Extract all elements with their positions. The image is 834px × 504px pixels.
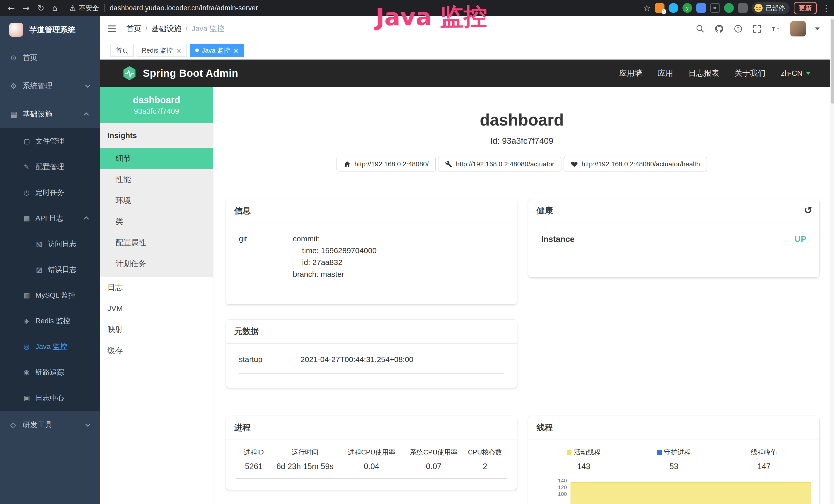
back-icon[interactable]: ← (8, 3, 15, 13)
fullscreen-icon[interactable] (752, 24, 762, 33)
sidebar-item-system[interactable]: ⚙ 系统管理 (0, 72, 100, 100)
trace-icon: ◉ (24, 368, 36, 376)
sidebar-item-label: API 日志 (36, 213, 63, 223)
extension-puzzle-icon[interactable] (738, 3, 748, 13)
github-icon[interactable] (714, 24, 724, 33)
house-icon (344, 160, 351, 168)
process-col-process-cpu: 进程CPU使用率 0.04 (339, 448, 404, 471)
sidebar-item-label: Redis 监控 (36, 316, 70, 326)
close-icon[interactable]: × (176, 47, 182, 54)
extension-on-badge-icon[interactable]: on (710, 3, 720, 13)
browser-menu-dots-icon[interactable]: ⋮ (822, 3, 830, 13)
sidebar-item-home[interactable]: ⊙ 首页 (0, 44, 100, 72)
sba-nav-applications[interactable]: 应用 (658, 68, 673, 78)
help-icon[interactable]: ? (733, 24, 743, 33)
link-actuator-url[interactable]: http://192.168.0.2:48080/actuator (438, 157, 562, 171)
sidebar-item-error-logs[interactable]: ▨ 错误日志 (0, 257, 100, 282)
sidebar-item-label: MySQL 监控 (36, 290, 75, 300)
extension-letter: y (686, 5, 688, 11)
sba-locale-select[interactable]: zh-CN (781, 69, 811, 77)
forward-icon[interactable]: → (23, 3, 30, 13)
font-size-icon[interactable]: TT (771, 24, 781, 33)
sba-menu-mappings[interactable]: 映射 (100, 319, 213, 340)
process-col-system-cpu: 系统CPU使用率 0.07 (404, 448, 463, 471)
col-header: 运行时间 (271, 448, 339, 457)
info-value: commit: time: 1596289704000 id: 27aa832 … (293, 233, 376, 280)
extension-translate-icon[interactable]: y (682, 3, 692, 13)
sidebar-item-label: 研发工具 (23, 420, 52, 430)
home-icon[interactable]: ⌂ (52, 3, 58, 13)
process-col-uptime: 运行时间 6d 23h 15m 59s (271, 448, 339, 471)
link-health-url[interactable]: http://192.168.0.2:48080/actuator/health (564, 157, 707, 171)
sba-menu-caches[interactable]: 缓存 (100, 340, 213, 361)
api-log-icon: ▦ (24, 214, 36, 222)
tag-redis[interactable]: Redis 监控 × (137, 44, 187, 57)
update-button[interactable]: 更新 (794, 2, 817, 15)
vertical-scrollbar[interactable] (830, 16, 834, 504)
link-home-url[interactable]: http://192.168.0.2:48080/ (336, 157, 436, 171)
tag-home[interactable]: 首页 (110, 44, 134, 57)
sba-nav-journal[interactable]: 日志报表 (688, 68, 719, 78)
sba-menu-jvm[interactable]: JVM (100, 298, 213, 319)
health-instance-row[interactable]: Instance UP (541, 234, 807, 253)
link-url-text: http://192.168.0.2:48080/actuator (456, 160, 554, 168)
sidebar-item-access-logs[interactable]: ▧ 访问日志 (0, 231, 100, 257)
user-avatar[interactable] (790, 21, 806, 37)
extension-grid-icon[interactable] (696, 3, 706, 13)
sidebar-item-file-mgmt[interactable]: ▢ 文件管理 (0, 129, 100, 154)
sba-menu-logfile[interactable]: 日志 (100, 277, 213, 298)
sidebar-item-java-monitor[interactable]: ◎ Java 监控 (0, 334, 100, 360)
sba-menu-configprops[interactable]: 配置属性 (100, 232, 213, 253)
reload-icon[interactable]: ↻ (37, 3, 44, 13)
close-icon[interactable]: × (233, 47, 239, 54)
sba-nav-about[interactable]: 关于我们 (734, 68, 765, 78)
instance-block[interactable]: dashboard 93a3fc7f7409 (100, 87, 213, 123)
search-icon[interactable] (695, 24, 705, 33)
tag-view-bar: 首页 Redis 监控 × Java 监控 × (100, 42, 834, 60)
threads-chart: 140 120 100 (539, 478, 812, 504)
sidebar-item-dev-tools[interactable]: ◇ 研发工具 (0, 411, 100, 439)
extension-leaf-icon[interactable] (724, 3, 734, 13)
col-header: CPU核心数 (463, 448, 507, 457)
live-threads-area (570, 482, 811, 504)
sidebar-item-redis-monitor[interactable]: ◈ Redis 监控 (0, 308, 100, 334)
sba-menu-environment[interactable]: 环境 (100, 190, 213, 211)
breadcrumb-section[interactable]: 基础设施 (152, 24, 181, 34)
sidebar-item-scheduled-jobs[interactable]: ◷ 定时任务 (0, 180, 100, 205)
instance-id: 93a3fc7f7409 (134, 107, 179, 116)
scrollbar-thumb[interactable] (831, 19, 834, 104)
extension-drop-icon[interactable] (668, 3, 678, 13)
sidebar-item-label: Java 监控 (36, 342, 67, 351)
bookmark-star-icon[interactable]: ☆ (643, 3, 651, 13)
sba-brand-title[interactable]: Spring Boot Admin (143, 68, 238, 79)
history-icon[interactable]: ↺ (804, 205, 812, 216)
collapse-sidebar-icon[interactable] (107, 24, 117, 33)
sba-menu-classes[interactable]: 类 (100, 211, 213, 232)
profile-paused-chip[interactable]: 已暂停 (752, 2, 790, 14)
breadcrumb-separator: / (146, 25, 148, 33)
process-table: 进程ID 5261 运行时间 6d 23h 15m 59s 进程CPU使用率 0… (236, 448, 507, 479)
sba-menu-scheduled-tasks[interactable]: 计划任务 (100, 253, 213, 274)
sidebar-item-infra[interactable]: ▤ 基础设施 (0, 100, 100, 129)
sba-menu-metrics[interactable]: 性能 (100, 169, 213, 190)
sidebar-item-api-logs[interactable]: ▦ API 日志 (0, 205, 100, 231)
tag-java[interactable]: Java 监控 × (190, 44, 244, 57)
threads-peak-col: 线程峰值 147 (719, 448, 809, 471)
sba-menu-details[interactable]: 细节 (100, 148, 213, 169)
sidebar-item-log-center[interactable]: ▣ 日志中心 (0, 385, 100, 411)
security-label[interactable]: 不安全 (79, 4, 99, 13)
sidebar-item-label: 定时任务 (36, 188, 64, 198)
url-text[interactable]: dashboard.yudao.iocoder.cn/infra/admin-s… (110, 4, 258, 12)
threads-card-title: 线程 (528, 416, 819, 440)
extension-fox-icon[interactable]: 1 (655, 3, 664, 13)
metadata-card: 元数据 startup 2021-04-27T00:44:31.254+08:0… (226, 320, 517, 388)
sidebar-item-tracing[interactable]: ◉ 链路追踪 (0, 360, 100, 385)
sidebar-item-mysql-monitor[interactable]: ▥ MySQL 监控 (0, 282, 100, 308)
sidebar-item-label: 配置管理 (36, 162, 64, 172)
avatar-caret-icon[interactable] (815, 27, 820, 30)
app-logo-row[interactable]: 芋道管理系统 (0, 16, 100, 44)
address-bar[interactable]: ⚠ 不安全 dashboard.yudao.iocoder.cn/infra/a… (69, 4, 643, 13)
breadcrumb-home[interactable]: 首页 (126, 24, 141, 34)
sba-nav-wall[interactable]: 应用墙 (619, 68, 642, 78)
sidebar-item-config-mgmt[interactable]: ✎ 配置管理 (0, 154, 100, 180)
